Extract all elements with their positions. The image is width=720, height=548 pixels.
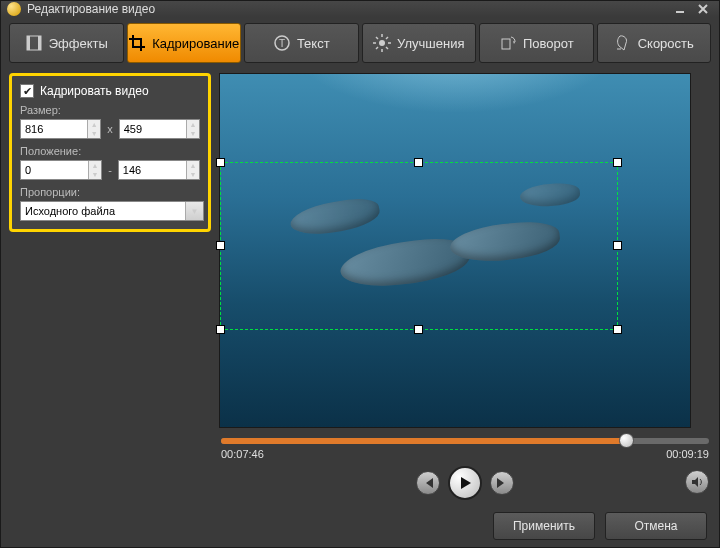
spin-up[interactable]: ▲ xyxy=(187,120,199,129)
svg-line-14 xyxy=(386,37,388,39)
crop-handle-n[interactable] xyxy=(414,158,423,167)
tab-label: Улучшения xyxy=(397,36,464,51)
pos-x-spinner[interactable]: ▲▼ xyxy=(20,160,102,180)
prev-button[interactable] xyxy=(416,471,440,495)
crop-panel: ✔ Кадрировать видео Размер: ▲▼ x ▲▼ Поло… xyxy=(9,73,211,232)
height-spinner[interactable]: ▲▼ xyxy=(119,119,200,139)
footer: Применить Отмена xyxy=(1,500,719,548)
spin-down[interactable]: ▼ xyxy=(187,170,199,179)
crop-enable-label: Кадрировать видео xyxy=(40,84,149,98)
position-label: Положение: xyxy=(20,145,200,157)
svg-line-11 xyxy=(376,37,378,39)
next-icon xyxy=(496,477,508,489)
aspect-combo[interactable]: ▼ xyxy=(20,201,204,221)
spin-down[interactable]: ▼ xyxy=(89,170,101,179)
crop-sidebar: ✔ Кадрировать видео Размер: ▲▼ x ▲▼ Поло… xyxy=(9,73,211,500)
svg-rect-0 xyxy=(676,11,684,13)
speed-icon xyxy=(614,34,632,52)
spin-up[interactable]: ▲ xyxy=(89,161,101,170)
crop-handle-e[interactable] xyxy=(613,241,622,250)
spin-down[interactable]: ▼ xyxy=(187,129,199,138)
tab-label: Скорость xyxy=(638,36,694,51)
tab-bar: Эффекты Кадрирование T Текст Улучшения П… xyxy=(1,17,719,69)
seek-knob[interactable] xyxy=(619,433,634,448)
crop-enable-checkbox[interactable]: ✔ xyxy=(20,84,34,98)
tab-rotate[interactable]: Поворот xyxy=(479,23,594,63)
text-icon: T xyxy=(273,34,291,52)
prev-icon xyxy=(422,477,434,489)
crop-handle-ne[interactable] xyxy=(613,158,622,167)
tab-label: Текст xyxy=(297,36,330,51)
width-spinner[interactable]: ▲▼ xyxy=(20,119,101,139)
tab-text[interactable]: T Текст xyxy=(244,23,359,63)
pos-y-spinner[interactable]: ▲▼ xyxy=(118,160,200,180)
close-icon xyxy=(698,4,708,14)
close-button[interactable] xyxy=(693,1,713,17)
sun-icon xyxy=(373,34,391,52)
tab-label: Эффекты xyxy=(49,36,108,51)
crop-handle-nw[interactable] xyxy=(216,158,225,167)
height-input[interactable] xyxy=(120,120,186,138)
pos-separator: - xyxy=(108,164,112,176)
svg-rect-3 xyxy=(38,36,41,50)
volume-button[interactable] xyxy=(685,470,709,494)
spin-up[interactable]: ▲ xyxy=(187,161,199,170)
aspect-label: Пропорции: xyxy=(20,186,200,198)
seek-track[interactable] xyxy=(221,438,709,444)
svg-rect-15 xyxy=(502,39,510,49)
tab-label: Поворот xyxy=(523,36,574,51)
chevron-down-icon[interactable]: ▼ xyxy=(185,202,203,220)
seek-progress xyxy=(221,438,626,444)
crop-handle-s[interactable] xyxy=(414,325,423,334)
crop-rectangle[interactable] xyxy=(220,162,618,330)
tab-crop[interactable]: Кадрирование xyxy=(127,23,242,63)
crop-icon xyxy=(128,34,146,52)
play-button[interactable] xyxy=(448,466,482,500)
window-title: Редактирование видео xyxy=(27,2,155,16)
crop-handle-w[interactable] xyxy=(216,241,225,250)
current-time: 00:07:46 xyxy=(221,448,264,460)
tab-label: Кадрирование xyxy=(152,36,239,51)
app-icon xyxy=(7,2,21,16)
tab-speed[interactable]: Скорость xyxy=(597,23,712,63)
size-separator: x xyxy=(107,123,113,135)
preview-area: 00:07:46 00:09:19 xyxy=(219,73,711,500)
volume-icon xyxy=(690,475,704,489)
cancel-button[interactable]: Отмена xyxy=(605,512,707,540)
rotate-icon xyxy=(499,34,517,52)
svg-point-6 xyxy=(379,40,385,46)
timeline: 00:07:46 00:09:19 xyxy=(219,438,711,500)
tab-enhance[interactable]: Улучшения xyxy=(362,23,477,63)
aspect-value[interactable] xyxy=(21,202,185,220)
minimize-icon xyxy=(675,4,685,14)
pos-x-input[interactable] xyxy=(21,161,88,179)
svg-line-12 xyxy=(386,47,388,49)
spin-up[interactable]: ▲ xyxy=(88,120,100,129)
title-bar: Редактирование видео xyxy=(1,1,719,17)
film-icon xyxy=(25,34,43,52)
crop-handle-sw[interactable] xyxy=(216,325,225,334)
size-label: Размер: xyxy=(20,104,200,116)
svg-line-13 xyxy=(376,47,378,49)
tab-effects[interactable]: Эффекты xyxy=(9,23,124,63)
svg-rect-2 xyxy=(27,36,30,50)
crop-handle-se[interactable] xyxy=(613,325,622,334)
video-preview[interactable] xyxy=(219,73,691,428)
width-input[interactable] xyxy=(21,120,87,138)
total-time: 00:09:19 xyxy=(666,448,709,460)
spin-down[interactable]: ▼ xyxy=(88,129,100,138)
next-button[interactable] xyxy=(490,471,514,495)
apply-button[interactable]: Применить xyxy=(493,512,595,540)
play-icon xyxy=(458,476,472,490)
minimize-button[interactable] xyxy=(670,1,690,17)
svg-text:T: T xyxy=(279,38,285,49)
video-editor-window: Редактирование видео Эффекты Кадрировани… xyxy=(0,0,720,548)
pos-y-input[interactable] xyxy=(119,161,186,179)
